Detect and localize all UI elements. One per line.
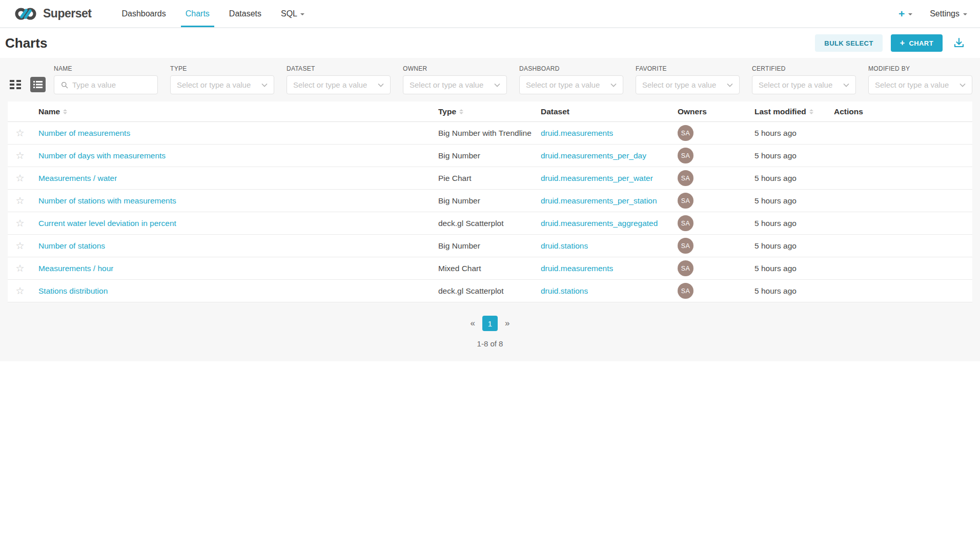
- dashboard-filter-select[interactable]: Select or type a value: [519, 75, 623, 94]
- favorite-star-icon[interactable]: ☆: [15, 173, 24, 183]
- dataset-link[interactable]: druid.measurements: [541, 129, 613, 138]
- chart-name-link[interactable]: Number of measurements: [38, 129, 130, 138]
- sort-down-icon: [63, 112, 67, 114]
- owners-cell: SA: [678, 215, 754, 231]
- dataset-link[interactable]: druid.measurements_per_station: [541, 196, 657, 206]
- favorite-star-icon[interactable]: ☆: [15, 218, 24, 228]
- owners-cell: SA: [678, 283, 754, 299]
- nav-item-datasets[interactable]: Datasets: [224, 0, 266, 27]
- export-button[interactable]: [951, 35, 967, 51]
- column-header-name[interactable]: Name: [32, 107, 438, 116]
- last-modified-cell: 5 hours ago: [754, 286, 834, 296]
- dataset-cell: druid.stations: [541, 241, 678, 251]
- owners-cell: SA: [678, 170, 754, 186]
- favorite-star-icon[interactable]: ☆: [15, 263, 24, 273]
- name-cell: Number of measurements: [32, 129, 438, 138]
- owner-avatar: SA: [678, 170, 693, 186]
- last-modified-text: 5 hours ago: [754, 219, 797, 228]
- new-chart-button[interactable]: + CHART: [891, 34, 943, 52]
- owner-avatar: SA: [678, 148, 693, 163]
- nav-item-charts[interactable]: Charts: [181, 0, 214, 27]
- dataset-cell: druid.measurements_per_day: [541, 151, 678, 160]
- favorite-cell: ☆: [8, 151, 32, 160]
- last-modified-text: 5 hours ago: [754, 196, 797, 206]
- favorite-star-icon[interactable]: ☆: [15, 151, 24, 160]
- last-modified-text: 5 hours ago: [754, 286, 797, 296]
- column-label: Last modified: [754, 107, 806, 116]
- column-label: Dataset: [541, 107, 569, 116]
- name-cell: Stations distribution: [32, 286, 438, 296]
- pagination-next-button[interactable]: »: [505, 318, 509, 329]
- name-cell: Number of stations with measurements: [32, 196, 438, 206]
- chart-name-link[interactable]: Stations distribution: [38, 286, 108, 296]
- filter-label: OWNER: [403, 65, 507, 72]
- chart-name-link[interactable]: Number of days with measurements: [38, 151, 166, 160]
- chevron-down-icon: [378, 83, 384, 87]
- list-view-button[interactable]: [30, 77, 46, 92]
- settings-menu[interactable]: Settings: [930, 9, 967, 18]
- dataset-link[interactable]: druid.stations: [541, 286, 588, 296]
- chart-name-link[interactable]: Number of stations with measurements: [38, 196, 176, 206]
- chart-name-link[interactable]: Number of stations: [38, 241, 105, 251]
- page-title: Charts: [5, 35, 47, 51]
- filter-dataset: DATASET Select or type a value: [287, 65, 391, 94]
- favorite-star-icon[interactable]: ☆: [15, 128, 24, 138]
- owner-filter-select[interactable]: Select or type a value: [403, 75, 507, 94]
- sort-icon: [63, 109, 67, 114]
- type-cell: deck.gl Scatterplot: [438, 286, 541, 296]
- owners-cell: SA: [678, 193, 754, 209]
- nav-item-dashboards[interactable]: Dashboards: [117, 0, 170, 27]
- select-placeholder: Select or type a value: [642, 80, 716, 89]
- last-modified-cell: 5 hours ago: [754, 196, 834, 206]
- modified-by-filter-select[interactable]: Select or type a value: [868, 75, 972, 94]
- name-filter-input[interactable]: [72, 80, 151, 89]
- pagination-prev-button[interactable]: «: [471, 318, 475, 329]
- superset-brand[interactable]: Superset: [14, 0, 91, 27]
- card-view-button[interactable]: [8, 77, 23, 92]
- favorite-star-icon[interactable]: ☆: [15, 286, 24, 296]
- bulk-select-button[interactable]: BULK SELECT: [815, 34, 882, 52]
- favorite-cell: ☆: [8, 218, 32, 228]
- navbar-right: + Settings: [899, 0, 967, 27]
- favorite-star-icon[interactable]: ☆: [15, 241, 24, 251]
- select-placeholder: Select or type a value: [875, 80, 949, 89]
- chart-name-link[interactable]: Measurements / water: [38, 174, 117, 183]
- dataset-link[interactable]: druid.stations: [541, 241, 588, 251]
- chevron-down-icon: [610, 83, 617, 87]
- last-modified-cell: 5 hours ago: [754, 174, 834, 183]
- page-header: Charts BULK SELECT + CHART: [0, 28, 980, 58]
- dataset-filter-select[interactable]: Select or type a value: [287, 75, 391, 94]
- chevron-down-icon: [261, 83, 268, 87]
- type-filter-select[interactable]: Select or type a value: [170, 75, 274, 94]
- sort-up-icon: [459, 109, 463, 111]
- table-row: ☆Measurements / waterPie Chartdruid.meas…: [8, 167, 972, 190]
- type-cell: Big Number: [438, 241, 541, 251]
- new-item-menu[interactable]: +: [899, 8, 912, 19]
- select-placeholder: Select or type a value: [526, 80, 600, 89]
- nav-item-label: Datasets: [229, 9, 261, 18]
- dataset-link[interactable]: druid.measurements_aggregated: [541, 219, 658, 228]
- chart-name-link[interactable]: Current water level deviation in percent: [38, 219, 176, 228]
- certified-filter-select[interactable]: Select or type a value: [752, 75, 856, 94]
- favorite-cell: ☆: [8, 263, 32, 273]
- column-header-last-modified[interactable]: Last modified: [754, 107, 834, 116]
- chart-name-link[interactable]: Measurements / hour: [38, 264, 113, 273]
- owners-cell: SA: [678, 238, 754, 254]
- chart-type: Big Number: [438, 241, 480, 251]
- table-row: ☆Number of stations with measurementsBig…: [8, 190, 972, 212]
- type-cell: Big Number: [438, 196, 541, 206]
- type-cell: Big Number with Trendline: [438, 129, 541, 138]
- dataset-link[interactable]: druid.measurements: [541, 264, 613, 273]
- top-navbar: Superset DashboardsChartsDatasetsSQL + S…: [0, 0, 980, 28]
- settings-label: Settings: [930, 9, 959, 18]
- chevron-down-icon: [963, 13, 967, 15]
- type-cell: Big Number: [438, 151, 541, 160]
- favorite-filter-select[interactable]: Select or type a value: [636, 75, 740, 94]
- nav-item-sql[interactable]: SQL: [276, 0, 309, 27]
- dataset-link[interactable]: druid.measurements_per_day: [541, 151, 646, 160]
- column-header-type[interactable]: Type: [438, 107, 541, 116]
- pagination-page-1[interactable]: 1: [482, 316, 498, 331]
- dataset-link[interactable]: druid.measurements_per_water: [541, 174, 653, 183]
- favorite-star-icon[interactable]: ☆: [15, 196, 24, 206]
- filter-bar: NAME TYPE Select or type a value: [8, 65, 972, 94]
